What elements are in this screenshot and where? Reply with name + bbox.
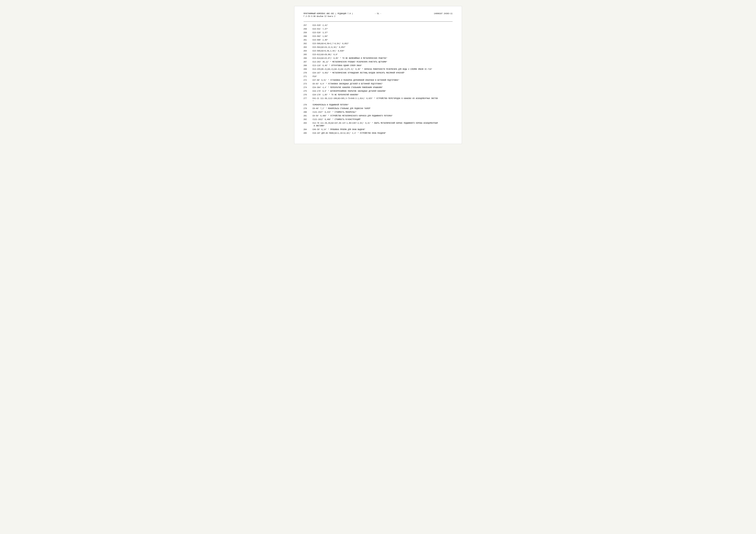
row-number: 275 [304,90,313,92]
row-content: Е12-70 111-29,26(А2=167,66-147:1,96+1367… [313,122,453,127]
row-content: Е10-107 ДОП.В3 П808(А2=1,16+12,0#)' 2,4'… [313,132,453,135]
row-number: 272 [304,79,313,82]
row-content: Е15-529' 2,41* [313,24,453,27]
row-content: Е9-40' 7,2' * МОНОРЕЛЬСЫ СТАЛЬНЫЕ ДЛЯ ПО… [313,107,453,110]
row-number: 260 [304,35,313,38]
row-number: 273 [304,83,313,85]
row-content: Е15-528' 3,37* [313,31,453,34]
row-number: 284 [304,128,313,131]
row-content: С121-1527' 0,215' * СТОИМОСТЬ МОНОРЕЛЬС* [313,111,453,114]
row-number: 285 [304,132,313,135]
table-row: 274Е34-304' 4,4' * ПЕРЕКРЫТИЕ КАНАЛОВ СТ… [304,86,453,89]
row-number: 265 [304,53,313,56]
row-number: 271 [304,75,313,78]
table-row: 270Е34-167' 0,052' * МЕТАЛЛИЧЕСКИЕ ОГРАЖ… [304,72,453,74]
row-content: Е15-502' 1,04* [313,35,453,38]
table-row: 264Е15-566(А2=6,58,2,4#)' 0,028* [304,50,453,52]
header-center: - 51 - [353,12,403,15]
row-number: 270 [304,72,313,74]
table-row: 279Е9-40' 7,2' * МОНОРЕЛЬСЫ СТАЛЬНЫЕ ДЛЯ… [304,107,453,110]
row-number: 266 [304,57,313,60]
row-number: 262 [304,42,313,45]
row-content: Е13-116' 0,46' * ОГРУНТОВКА ОДНИМ СЛОЕМ … [313,64,453,67]
content-rows: 257Е15-529' 2,41*258Е15-531' 7,37*259Е15… [304,24,453,135]
row-content: Е9-50' 0,480' * УСТРОЙСТВО МЕТАЛЛИЧЕСКОГ… [313,114,453,117]
table-row: 268Е13-116' 0,46' * ОГРУНТОВКА ОДНИМ СЛО… [304,64,453,67]
row-number: 277 [304,97,313,100]
table-row: 257Е15-529' 2,41* [304,24,453,27]
row-content: Е37-90' 0,51' * УСТАНОВКА И РАЗБОРКА ДЕР… [313,79,453,82]
row-content: Р16* [313,75,453,78]
row-content: Е13-263' 46,12' * МЕТАЛЛИЧЕСКУЮ РУБАШКУ … [313,61,453,64]
row-content: Е15-566(А2=6,58,2,4#)' 0,028* [313,50,453,52]
table-row: 262Е15-566(А2=6,58+2,7-0,5#)' 0,852* [304,42,453,45]
table-row: 272Е37-90' 0,51' * УСТАНОВКА И РАЗБОРКА … [304,79,453,82]
table-row: 263Е15-564(А2=24,12,0,3#)' 0,852* [304,46,453,49]
row-content: Е15-612(А2=20,08)' 0,8* [313,53,453,56]
table-row: 267Е13-263' 46,12' * МЕТАЛЛИЧЕСКУЮ РУБАШ… [304,61,453,64]
row-content: Е34-167' 0,052' * МЕТАЛЛИЧЕСКИЕ ОГРАЖДЕН… [313,72,453,74]
row-number: 268 [304,64,313,67]
row-number: 274 [304,86,313,89]
row-number: 267 [304,61,313,64]
table-row: 284Е46-39' 0,14' * ПРОБИВКА ПРОЕМА ДЛЯ О… [304,128,453,131]
row-number: 281 [304,114,313,117]
table-row: 276Е34-178' 1,85' * ТО ЖЕ ПЕРЕКРЫТИЙ КАН… [304,93,453,96]
header-line2: Г.2-IV-3.90 Альбом I2 Книга 2 [304,15,353,18]
row-content: Е46-39' 0,14' * ПРОБИВКА ПРОЕМА ДЛЯ ОКНА… [313,128,453,131]
table-row: 258Е15-531' 7,37* [304,28,453,31]
row-content: Е13-155(А5.4)(А3,4)(А4.4)(А2.4)(Р1.4)' 0… [313,68,453,71]
row-number: 283 [304,122,313,125]
row-content: Е34-179' 0,9' * АНТИКОРРОЗИЙНОЕ ПОКРЫТИЕ… [313,90,453,92]
row-number: 258 [304,28,313,31]
row-number: 278 [304,104,313,106]
row-content: П2МОНОРЕЛЬСЫ И ПОДШИВКОЙ ПОТОЛОК* [313,104,453,106]
row-content: Е15-566(А2=6,58+2,7-0,5#)' 0,852* [313,42,453,45]
row-content: Е15-531' 7,37* [313,28,453,31]
row-content: Е41-21 111-30,1112-180(А2=365,3-73+640:3… [313,97,453,103]
table-row: 266Е15-614(А2=22,07)' 0,05' * ТО ЖЕ ЖАЛЮ… [304,57,453,60]
table-row: 280С121-1527' 0,215' * СТОИМОСТЬ МОНОРЕЛ… [304,111,453,114]
row-content: Е34-178' 1,85' * ТО ЖЕ ПЕРЕКРЫТИЙ КАНАЛО… [313,93,453,96]
table-row: 265Е15-612(А2=20,08)' 0,8* [304,53,453,56]
row-number: 257 [304,24,313,27]
row-content: С121-1912' 0,480' * СТОИМОСТЬ М/КОНСТРУК… [313,118,453,121]
table-row: 269Е13-155(А5.4)(А3,4)(А4.4)(А2.4)(Р1.4)… [304,68,453,71]
row-number: 279 [304,107,313,110]
table-row: 282С121-1912' 0,480' * СТОИМОСТЬ М/КОНСТ… [304,118,453,121]
row-number: 259 [304,31,313,34]
row-content: Е15-614(А2=22,07)' 0,05' * ТО ЖЕ ЖАЛЮЗИЙ… [313,57,453,60]
page: ПРОГРАММНЫЙ КОМПЛЕКС АВС-3ЕС ( РЕДАКЦИЯ … [294,6,462,144]
table-row: 260Е15-502' 1,04* [304,35,453,38]
row-content: Е15-509' 2,46* [313,39,453,41]
row-number: 282 [304,118,313,121]
table-row: 259Е15-528' 3,37* [304,31,453,34]
page-header: ПРОГРАММНЫЙ КОМПЛЕКС АВС-3ЕС ( РЕДАКЦИЯ … [304,12,453,18]
row-number: 261 [304,39,313,41]
row-number: 263 [304,46,313,49]
table-row: 281Е9-50' 0,480' * УСТРОЙСТВО МЕТАЛЛИЧЕС… [304,114,453,117]
row-number: 276 [304,93,313,96]
row-number: 280 [304,111,313,114]
table-row: 261Е15-509' 2,46* [304,39,453,41]
table-row: 283Е12-70 111-29,26(А2=167,66-147:1,96+1… [304,122,453,127]
table-row: 277Е41-21 111-30,1112-180(А2=365,3-73+64… [304,97,453,103]
header-right: 14890107 24383-11 [403,12,453,15]
table-row: 271Р16* [304,75,453,78]
row-content: Е15-564(А2=24,12,0,3#)' 0,852* [313,46,453,49]
header-line1: ПРОГРАММНЫЙ КОМПЛЕКС АВС-3ЕС ( РЕДАКЦИЯ … [304,12,353,15]
row-number: 269 [304,68,313,71]
row-content: Е34-304' 4,4' * ПЕРЕКРЫТИЕ КАНАЛОВ СТАЛЬ… [313,86,453,89]
table-row: 273Е6-83' 0,9' * УСТАНОВКА ЗАКЛАДНЫХ ДЕТ… [304,83,453,85]
table-row: 275Е34-179' 0,9' * АНТИКОРРОЗИЙНОЕ ПОКРЫ… [304,90,453,92]
table-row: 285Е10-107 ДОП.В3 П808(А2=1,16+12,0#)' 2… [304,132,453,135]
header-divider [304,21,453,22]
header-left: ПРОГРАММНЫЙ КОМПЛЕКС АВС-3ЕС ( РЕДАКЦИЯ … [304,12,353,18]
row-content: Е6-83' 0,9' * УСТАНОВКА ЗАКЛАДНЫХ ДЕТАЛЕ… [313,83,453,85]
table-row: 278П2МОНОРЕЛЬСЫ И ПОДШИВКОЙ ПОТОЛОК* [304,104,453,106]
row-number: 264 [304,50,313,52]
